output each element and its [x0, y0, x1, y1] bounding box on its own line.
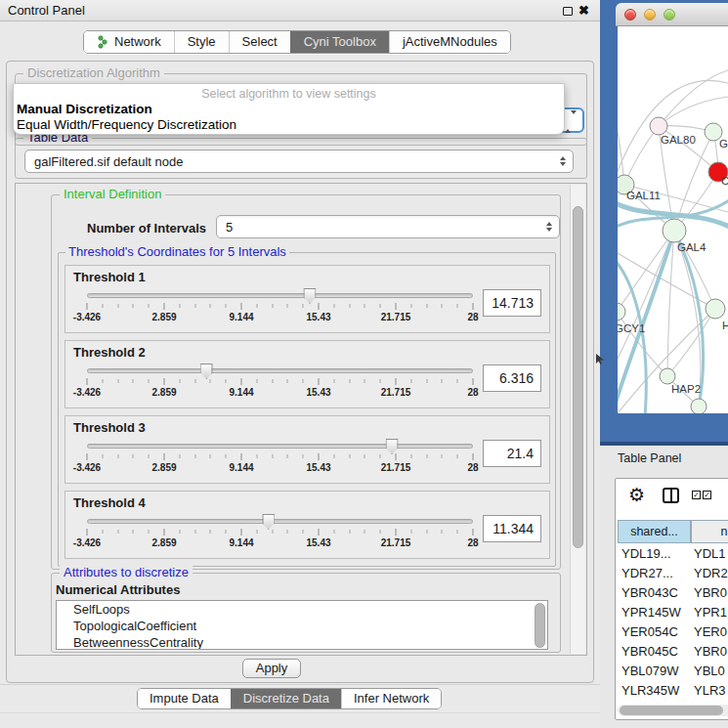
scrollbar-thumb[interactable] — [620, 706, 723, 715]
network-edge — [659, 97, 728, 126]
table-row-ypr145w[interactable]: YPR145WYPR1 — [618, 603, 728, 622]
network-icon — [97, 35, 108, 49]
scrollbar-thumb[interactable] — [573, 206, 583, 548]
algorithm-options: Manual DiscretizationEqual Width/Frequen… — [14, 102, 564, 133]
threshold-value-field[interactable]: 14.713 — [483, 289, 541, 317]
network-node-gal80[interactable] — [650, 117, 667, 135]
slider-track[interactable] — [87, 519, 473, 524]
threshold-slider[interactable]: -3.4262.8599.14415.4321.71528 — [87, 511, 473, 552]
cell-shared-name: YER054C — [618, 622, 689, 642]
close-icon[interactable]: ✖ — [578, 2, 589, 20]
slider-thumb[interactable] — [303, 288, 316, 304]
slider-tick-labels: -3.4262.8599.14415.4321.71528 — [87, 537, 473, 549]
network-graph: GAL80GACGAL11GAL4GCY1HHAP2 — [618, 26, 728, 413]
table-horizontal-scrollbar[interactable] — [618, 705, 728, 716]
threshold-value-field[interactable]: 21.4 — [483, 440, 541, 467]
table-row-yer054c[interactable]: YER054CYER0 — [618, 622, 728, 642]
interval-definition-group: Interval Definition Number of Intervals … — [51, 194, 561, 570]
cell-name: YDL1 — [689, 544, 728, 564]
table-row-ybl079w[interactable]: YBL079WYBL0 — [618, 662, 728, 681]
slider-thumb[interactable] — [200, 364, 213, 379]
number-of-intervals-combobox[interactable]: 5 — [216, 215, 560, 238]
table-row-ybr043c[interactable]: YBR043CYBR0 — [618, 583, 728, 603]
cell-shared-name: YLR345W — [618, 681, 689, 701]
threshold-label: Threshold 4 — [73, 495, 541, 510]
discretization-algorithm-label: Discretization Algorithm — [23, 66, 164, 80]
tab-discretize-data[interactable]: Discretize Data — [231, 689, 341, 708]
cell-shared-name: YDL19... — [618, 544, 689, 564]
tab-network[interactable]: Network — [84, 31, 174, 53]
tab-style[interactable]: Style — [174, 31, 229, 53]
slider-tick-labels: -3.4262.8599.14415.4321.71528 — [87, 387, 473, 399]
attribute-selfloops[interactable]: SelfLoops — [57, 601, 547, 618]
threshold-card-2: Threshold 2-3.4262.8599.14415.4321.71528… — [64, 340, 550, 408]
threshold-slider[interactable]: -3.4262.8599.14415.4321.71528 — [87, 285, 473, 326]
network-edge — [618, 253, 715, 309]
algorithm-option-manual-discretization[interactable]: Manual Discretization — [14, 102, 564, 117]
thresholds-group: Threshold's Coordinates for 5 Intervals … — [58, 252, 556, 567]
thresholds-group-label: Threshold's Coordinates for 5 Intervals — [65, 245, 289, 259]
column-header-shared-name[interactable]: shared... — [618, 520, 691, 543]
network-view-window: GAL80GACGAL11GAL4GCY1HHAP2 — [600, 0, 728, 446]
threshold-value-field[interactable]: 11.344 — [483, 515, 541, 542]
table-rows: YDL19...YDL1YDR27...YDR2YBR043CYBR0YPR14… — [618, 544, 728, 704]
split-view-icon[interactable] — [663, 488, 679, 503]
network-edge — [618, 231, 674, 312]
cell-shared-name: YBR045C — [618, 642, 689, 662]
network-node-item[interactable] — [691, 399, 707, 413]
tab-infer-network[interactable]: Infer Network — [341, 689, 441, 708]
attribute-betweennesscentrality[interactable]: BetweennessCentrality — [57, 634, 547, 650]
table-panel: Table Panel ⚙ ✓✓ shared... na YDL19...YD… — [600, 446, 728, 728]
network-node-hap2[interactable] — [660, 368, 675, 384]
network-canvas[interactable]: GAL80GACGAL11GAL4GCY1HHAP2 — [618, 26, 728, 413]
table-row-yil052c[interactable]: YIL052CYIL0 — [618, 701, 728, 704]
network-edge — [674, 231, 701, 407]
slider-track[interactable] — [87, 444, 473, 449]
table-row-ydr27[interactable]: YDR27...YDR2 — [618, 564, 728, 583]
table-data-combobox[interactable]: galFiltered.sif default node — [24, 150, 574, 173]
settings-gear-icon[interactable]: ⚙ — [628, 485, 645, 506]
network-node-h[interactable] — [706, 299, 725, 319]
numerical-attributes-list[interactable]: SelfLoopsTopologicalCoefficientBetweenne… — [56, 600, 548, 650]
close-traffic-light-icon[interactable] — [624, 9, 636, 21]
network-node-gal4[interactable] — [663, 219, 686, 242]
panel-vertical-scrollbar[interactable] — [570, 185, 585, 654]
apply-button[interactable]: Apply — [242, 659, 301, 678]
threshold-row: -3.4262.8599.14415.4321.7152821.4 — [73, 436, 541, 477]
threshold-slider[interactable]: -3.4262.8599.14415.4321.71528 — [87, 361, 473, 402]
network-edge — [667, 309, 715, 376]
threshold-value-field[interactable]: 6.316 — [483, 364, 541, 392]
threshold-label: Threshold 2 — [73, 345, 541, 360]
zoom-traffic-light-icon[interactable] — [664, 9, 675, 21]
cell-name: YBL0 — [689, 662, 728, 681]
node-label-h: H — [722, 320, 728, 331]
interval-definition-label: Interval Definition — [60, 188, 165, 201]
threshold-row: -3.4262.8599.14415.4321.7152811.344 — [73, 511, 541, 552]
node-label-c: C — [721, 175, 728, 187]
tab-label: jActiveMNodules — [403, 31, 497, 53]
threshold-slider[interactable]: -3.4262.8599.14415.4321.71528 — [87, 436, 473, 477]
network-node-gcy1[interactable] — [618, 303, 625, 321]
tab-select[interactable]: Select — [229, 31, 290, 53]
attribute-topologicalcoefficient[interactable]: TopologicalCoefficient — [57, 618, 547, 634]
table-row-ydl19[interactable]: YDL19...YDL1 — [618, 544, 728, 564]
slider-track[interactable] — [87, 368, 473, 373]
checkbox-pair-icon[interactable]: ✓✓ — [692, 491, 711, 499]
algorithm-option-equal-width-frequency-discretization[interactable]: Equal Width/Frequency Discretization — [14, 117, 564, 133]
slider-thumb[interactable] — [262, 514, 275, 530]
slider-track[interactable] — [87, 293, 473, 298]
list-scrollbar[interactable] — [535, 603, 545, 648]
tab-jactivemnodules[interactable]: jActiveMNodules — [389, 31, 510, 53]
tab-impute-data[interactable]: Impute Data — [138, 689, 231, 708]
minimize-traffic-light-icon[interactable] — [644, 9, 656, 21]
node-label-hap2: HAP2 — [671, 383, 701, 395]
float-window-icon[interactable] — [563, 7, 573, 16]
table-row-ybr045c[interactable]: YBR045CYBR0 — [618, 642, 728, 662]
column-header-name[interactable]: na — [691, 520, 728, 543]
slider-thumb[interactable] — [386, 439, 399, 454]
algorithm-placeholder: Select algorithm to view settings — [14, 86, 564, 102]
table-row-ylr345w[interactable]: YLR345WYLR3 — [618, 681, 728, 701]
number-of-intervals-label: Number of Intervals — [87, 221, 206, 236]
control-panel-window: Control Panel ✖ NetworkStyleSelectCyni T… — [0, 0, 600, 728]
tab-cyni-toolbox[interactable]: Cyni Toolbox — [290, 31, 389, 53]
